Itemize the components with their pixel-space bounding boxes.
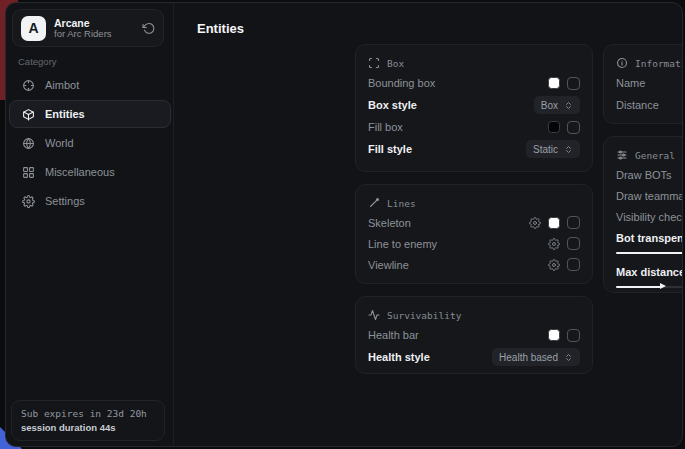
panel-title: Information <box>635 58 683 69</box>
subscription-info-card: Sub expires in 23d 20h session duration … <box>11 400 165 441</box>
panel-title: Lines <box>387 198 416 209</box>
fill-style-select[interactable]: Static <box>526 140 580 158</box>
health-style-select[interactable]: Health based <box>492 348 580 366</box>
app-logo: A <box>21 16 46 41</box>
chevrons-up-down-icon <box>564 353 573 362</box>
row-skeleton: Skeleton <box>368 212 580 233</box>
sidebar-item-settings[interactable]: Settings <box>9 187 171 215</box>
sidebar-item-label: Settings <box>45 195 85 207</box>
globe-icon <box>22 137 35 150</box>
fill-box-checkbox[interactable] <box>567 121 580 134</box>
sidebar: A Arcane for Arc Riders Category Aimbot … <box>6 3 174 446</box>
app-subtitle: for Arc Riders <box>54 29 134 40</box>
sidebar-item-label: Miscellaneous <box>45 166 115 178</box>
max-distance-slider[interactable] <box>616 283 683 290</box>
panel-box: Box Bounding box Box style Box Fill box <box>355 44 593 172</box>
slider-thumb[interactable] <box>660 283 666 289</box>
viewline-settings-gear-icon[interactable] <box>548 259 560 271</box>
row-draw-bots: Draw BOTs <box>616 164 683 185</box>
health-bar-checkbox[interactable] <box>567 329 580 342</box>
row-name: Name <box>616 72 683 94</box>
row-viewline: Viewline <box>368 254 580 275</box>
panel-information: Information Name Distance <box>603 44 683 124</box>
row-max-distance: Max distance 250m <box>616 261 683 282</box>
sub-expires-text: Sub expires in 23d 20h <box>21 408 155 419</box>
row-health-bar: Health bar <box>368 324 580 346</box>
row-fill-box: Fill box <box>368 116 580 138</box>
row-fill-style: Fill style Static <box>368 138 580 160</box>
row-visibility-check: Visibility check <box>616 206 683 227</box>
health-bar-color-swatch[interactable] <box>548 329 560 341</box>
sidebar-item-label: Entities <box>45 108 85 120</box>
sidebar-item-label: Aimbot <box>45 79 79 91</box>
line-to-enemy-checkbox[interactable] <box>567 237 580 250</box>
sidebar-item-entities[interactable]: Entities <box>9 100 171 128</box>
sidebar-nav: Aimbot Entities World Miscellaneous Sett… <box>6 71 174 216</box>
row-line-to-enemy: Line to enemy <box>368 233 580 254</box>
sidebar-item-aimbot[interactable]: Aimbot <box>9 71 171 99</box>
row-bot-transparency: Bot transpenency 50% <box>616 227 683 248</box>
fill-box-color-swatch[interactable] <box>548 121 560 133</box>
row-distance: Distance <box>616 94 683 116</box>
bounding-box-checkbox[interactable] <box>567 77 580 90</box>
main-content: Entities Box Bounding box Box style Box … <box>174 3 682 446</box>
viewline-checkbox[interactable] <box>567 258 580 271</box>
line-to-enemy-settings-gear-icon[interactable] <box>548 238 560 250</box>
scan-box-icon <box>368 57 380 69</box>
chevrons-up-down-icon <box>564 145 573 154</box>
panel-survivability: Survivability Health bar Health style He… <box>355 296 593 374</box>
app-header-card: A Arcane for Arc Riders <box>12 9 164 47</box>
sidebar-item-label: World <box>45 137 74 149</box>
panel-title: Survivability <box>387 310 461 321</box>
gear-icon <box>22 195 35 208</box>
panel-lines: Lines Skeleton Line to enemy Viewline <box>355 184 593 284</box>
box-style-select[interactable]: Box <box>534 96 580 114</box>
skeleton-checkbox[interactable] <box>567 216 580 229</box>
crosshair-icon <box>22 79 35 92</box>
page-title: Entities <box>197 21 244 36</box>
row-bounding-box: Bounding box <box>368 72 580 94</box>
history-icon[interactable] <box>142 22 155 35</box>
skeleton-color-swatch[interactable] <box>548 217 560 229</box>
row-health-style: Health style Health based <box>368 346 580 368</box>
row-box-style: Box style Box <box>368 94 580 116</box>
sidebar-item-world[interactable]: World <box>9 129 171 157</box>
row-draw-teammates: Draw teammates <box>616 185 683 206</box>
info-icon <box>616 57 628 69</box>
chevrons-up-down-icon <box>564 101 573 110</box>
entities-icon <box>22 108 35 121</box>
app-window: A Arcane for Arc Riders Category Aimbot … <box>5 2 683 447</box>
skeleton-settings-gear-icon[interactable] <box>529 217 541 229</box>
bot-transparency-slider[interactable] <box>616 249 683 256</box>
bounding-box-color-swatch[interactable] <box>548 77 560 89</box>
app-name: Arcane <box>54 17 134 29</box>
panel-general: General Draw BOTs Draw teammates Visibil… <box>603 136 683 293</box>
sidebar-item-miscellaneous[interactable]: Miscellaneous <box>9 158 171 186</box>
panel-title: Box <box>387 58 404 69</box>
panel-title: General <box>635 150 675 161</box>
grid-icon <box>22 166 35 179</box>
session-duration-text: session duration 44s <box>21 422 155 433</box>
sliders-icon <box>616 149 628 161</box>
category-label: Category <box>18 56 57 67</box>
line-icon <box>368 197 380 209</box>
pulse-icon <box>368 309 380 321</box>
